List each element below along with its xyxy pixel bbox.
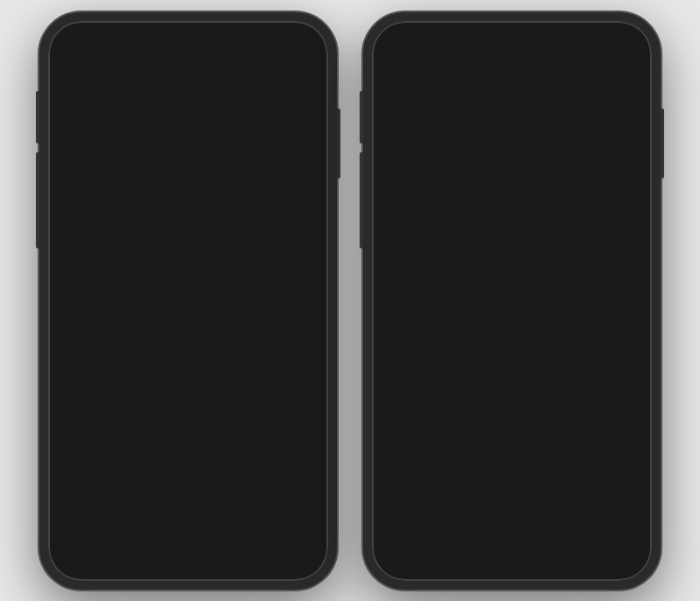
- notes-icon-img: 📝: [130, 215, 179, 264]
- reminders-label: Reminders: [69, 266, 108, 275]
- home-label: Home: [277, 332, 298, 341]
- app-maps[interactable]: − 🗺️ Maps: [192, 149, 251, 208]
- books-label: Books: [210, 266, 232, 275]
- done-button-1[interactable]: Done: [269, 54, 312, 72]
- remove-badge[interactable]: −: [122, 146, 136, 160]
- remove-badge[interactable]: −: [56, 279, 70, 293]
- app-calendar[interactable]: − FRI 18 Calendar: [125, 82, 185, 142]
- calendar-widget-month: JUNE: [66, 378, 181, 386]
- photos-icon-img: [197, 82, 246, 131]
- remove-badge[interactable]: −: [56, 213, 70, 227]
- app-notes[interactable]: − 📝 Notes: [125, 215, 185, 275]
- appstore-label: App Store: [270, 266, 305, 275]
- remove-badge[interactable]: −: [247, 508, 261, 522]
- health-label: Health: [210, 332, 233, 341]
- checkmark-circle[interactable]: ✓: [496, 484, 528, 515]
- app-news[interactable]: − N News: [125, 282, 185, 341]
- dock: − 📞 − 🧭 − 💬 − 🎵: [62, 504, 314, 563]
- camera-icon-img: [263, 82, 312, 131]
- remove-badge[interactable]: −: [122, 279, 136, 293]
- remove-badge[interactable]: −: [191, 508, 205, 522]
- maps-label: Maps: [212, 199, 231, 208]
- mail-label: Mail: [81, 199, 96, 208]
- done-button-2[interactable]: Done: [592, 54, 636, 72]
- dock-safari[interactable]: − 🧭: [137, 511, 183, 556]
- status-time: 9:41: [74, 28, 92, 38]
- remove-badge[interactable]: −: [256, 213, 270, 227]
- calendar-widget-weekdays: SMTWTFS: [66, 388, 181, 393]
- facetime-label: FaceTime: [71, 133, 106, 142]
- facetime-icon-img: 📹: [64, 82, 113, 131]
- app-home[interactable]: − 🏠 Home: [258, 282, 318, 341]
- svg-point-15: [539, 106, 548, 115]
- svg-rect-8: [72, 290, 105, 323]
- app-appstore[interactable]: − App Store: [258, 215, 318, 275]
- status-icons: ▐▐▐ WiFi 🔋: [255, 28, 302, 37]
- remove-badge[interactable]: −: [189, 146, 203, 160]
- page-thumb-3[interactable]: Top Stories US towns are shrinking, Blue…: [416, 336, 608, 493]
- stocks-label: Stocks: [76, 332, 100, 341]
- calendar-today: 18: [134, 408, 146, 420]
- mail-icon-img: [64, 149, 113, 198]
- app-mail[interactable]: − Mail: [59, 149, 118, 208]
- appstore-icon-img: [263, 215, 312, 264]
- clock-icon-img: [130, 149, 179, 198]
- news-icon-img: N: [130, 282, 179, 331]
- camera-label: Camera: [274, 133, 302, 142]
- phone-2-screen: Done 📹 18 📷 ✉️ 🕐 🗺️ 🌤️ 📝: [372, 21, 652, 581]
- remove-badge[interactable]: −: [189, 279, 203, 293]
- app-clock[interactable]: − Clock: [125, 149, 185, 208]
- dock-messages[interactable]: − 💬: [193, 511, 239, 556]
- add-button[interactable]: +: [64, 54, 85, 75]
- remove-badge[interactable]: −: [79, 508, 93, 522]
- app-grid: − 📹 FaceTime − FRI 18 Calendar −: [59, 82, 318, 341]
- page-dot-1: [172, 487, 177, 493]
- notes-label: Notes: [144, 266, 165, 275]
- wifi-icon: WiFi: [274, 28, 290, 37]
- dock-music[interactable]: − 🎵: [249, 511, 295, 556]
- photos-label: Photos: [209, 133, 234, 142]
- health-icon-img: ❤️: [197, 282, 246, 331]
- calendar-icon-img: FRI 18: [130, 82, 179, 131]
- clock-label: Clock: [145, 199, 165, 208]
- remove-badge[interactable]: −: [56, 146, 70, 160]
- remove-badge[interactable]: −: [189, 80, 203, 94]
- weather-label: Weather: [273, 199, 303, 208]
- remove-badge[interactable]: −: [189, 213, 203, 227]
- stocks-icon-img: [64, 282, 113, 331]
- svg-rect-7: [74, 162, 103, 185]
- app-reminders[interactable]: − Reminders: [59, 215, 118, 275]
- remove-badge[interactable]: −: [122, 80, 136, 94]
- news-label: News: [145, 332, 165, 341]
- calendar-label: Calendar: [139, 133, 172, 142]
- dock-phone[interactable]: − 📞: [81, 511, 127, 556]
- remove-badge[interactable]: −: [56, 80, 70, 94]
- app-health[interactable]: − ❤️ Health: [192, 282, 251, 341]
- page-dot-3: [191, 487, 196, 493]
- app-photos[interactable]: − Photos: [192, 82, 251, 142]
- news-widget-preview: Top Stories US towns are shrinking, Blue…: [421, 341, 603, 372]
- remove-badge[interactable]: −: [256, 279, 270, 293]
- home-icon-img: 🏠: [263, 282, 312, 331]
- app-camera[interactable]: − Camera: [258, 82, 318, 142]
- maps-icon-img: 🗺️: [197, 149, 246, 198]
- reminders-icon-img: [64, 215, 113, 264]
- notch-2: [459, 21, 564, 42]
- app-stocks[interactable]: − Stocks: [59, 282, 118, 341]
- remove-badge[interactable]: −: [256, 146, 270, 160]
- app-books[interactable]: − 📚 Books: [192, 215, 251, 275]
- svg-point-6: [216, 101, 227, 112]
- app-weather[interactable]: − 🌤️ Weather: [258, 149, 318, 208]
- signal-icon: ▐▐▐: [255, 28, 271, 37]
- remove-badge[interactable]: −: [256, 80, 270, 94]
- remove-badge[interactable]: −: [122, 213, 136, 227]
- remove-badge[interactable]: −: [135, 508, 149, 522]
- checkmark-icon: ✓: [506, 490, 519, 509]
- weather-icon-img: 🌤️: [263, 149, 312, 198]
- app-facetime[interactable]: − 📹 FaceTime: [59, 82, 118, 142]
- map-widget-preview: 📍 Maps: [421, 375, 603, 409]
- phone-2: Done 📹 18 📷 ✉️ 🕐 🗺️ 🌤️ 📝: [363, 12, 661, 590]
- news-n-logo: N: [146, 292, 164, 320]
- page-dot-4: [200, 487, 206, 493]
- phone-1: 9:41 ▐▐▐ WiFi 🔋 + Done − 📹 FaceTime −: [39, 12, 337, 590]
